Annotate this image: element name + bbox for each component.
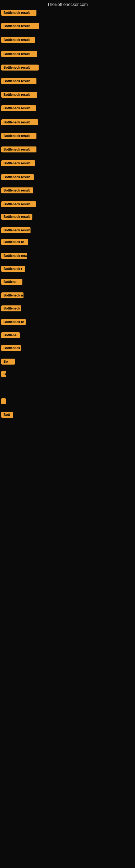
bottleneck-badge[interactable]: B xyxy=(1,371,6,377)
bottleneck-badge[interactable]: Bottleneck result xyxy=(1,105,36,111)
bottleneck-badge[interactable]: Bottleneck result xyxy=(1,92,37,98)
bottleneck-row: Bottleneck result xyxy=(1,10,37,17)
bottleneck-row: Bottleneck result xyxy=(1,187,33,194)
bottleneck-row: Bottleneck result xyxy=(1,65,39,72)
bottleneck-badge[interactable]: Bottleneck r xyxy=(1,266,25,272)
bottleneck-badge[interactable]: Bottleneck result xyxy=(1,253,27,259)
bottleneck-badge[interactable]: Bottleneck xyxy=(1,345,21,351)
bottleneck-badge[interactable]: Bottlene xyxy=(1,279,22,285)
bottleneck-row: Bottleneck result xyxy=(1,253,27,260)
bottleneck-badge[interactable]: Bottleneck result xyxy=(1,201,36,207)
bottleneck-row: Bottleneck result xyxy=(1,201,36,208)
bottleneck-badge[interactable]: Bottleneck result xyxy=(1,160,35,166)
bottleneck-row: Bottleneck result xyxy=(1,23,39,30)
bottleneck-row: Bottleneck n xyxy=(1,292,24,300)
bottleneck-badge[interactable]: Bottleneck result xyxy=(1,23,39,29)
bottleneck-badge[interactable]: Bottleneck result xyxy=(1,214,32,220)
bottleneck-row: Bottleneck re xyxy=(1,239,28,246)
bottleneck-row: Bottleneck xyxy=(1,345,21,352)
bottleneck-badge[interactable]: Bottleneck n xyxy=(1,292,24,299)
bottleneck-badge[interactable]: Bo xyxy=(1,359,15,365)
bottleneck-badge[interactable]: Bottleneck result xyxy=(1,119,38,125)
bottleneck-row: Bottleneck result xyxy=(1,105,36,112)
bottleneck-badge[interactable]: Bottleneck result xyxy=(1,227,31,233)
bottleneck-row: Bottleneck result xyxy=(1,160,35,167)
bottleneck-badge[interactable]: Bottleneck result xyxy=(1,174,34,180)
site-title: TheBottlenecker.com xyxy=(0,0,135,10)
bottleneck-row: Bottleneck result xyxy=(1,147,37,154)
bottleneck-row: B xyxy=(1,371,6,378)
bottleneck-badge[interactable]: Bottleneck result xyxy=(1,65,39,70)
bottleneck-row: Bottlene xyxy=(1,332,20,339)
bottleneck-row: Bottlene xyxy=(1,279,22,286)
bottleneck-badge[interactable]: Bottleneck result xyxy=(1,10,37,16)
bottleneck-row: Bottleneck result xyxy=(1,51,37,58)
bottleneck-badge[interactable]: Bottleneck xyxy=(1,305,21,311)
bottleneck-badge[interactable]: Bottlene xyxy=(1,332,20,338)
bottleneck-row: Bottleneck result xyxy=(1,174,34,181)
bottleneck-row: Bottleneck result xyxy=(1,227,31,235)
bottleneck-row: Bottleneck result xyxy=(1,92,37,99)
bottleneck-row: · xyxy=(1,398,6,405)
bottleneck-badge[interactable]: Bottleneck re xyxy=(1,239,28,245)
bottleneck-row: Bottleneck result xyxy=(1,119,38,126)
bottleneck-badge[interactable]: Bottleneck result xyxy=(1,147,37,152)
bottleneck-row: Bottleneck result xyxy=(1,214,32,221)
bottleneck-row: Bottleneck result xyxy=(1,133,37,140)
bottleneck-badge[interactable]: Bottleneck result xyxy=(1,37,35,43)
bottleneck-row: Bottleneck re xyxy=(1,319,26,326)
bottleneck-badge[interactable]: Bottleneck result xyxy=(1,78,37,84)
bottleneck-row: Bottleneck xyxy=(1,305,21,312)
bottleneck-badge[interactable]: Bottleneck result xyxy=(1,51,37,57)
bottleneck-badge[interactable]: · xyxy=(1,398,6,404)
bottleneck-row: Bottleneck r xyxy=(1,266,25,273)
bottleneck-row: Bottleneck result xyxy=(1,37,35,44)
bottleneck-row: Bott xyxy=(1,412,13,419)
bottleneck-badge[interactable]: Bottleneck result xyxy=(1,133,37,139)
bottleneck-row: Bottleneck result xyxy=(1,78,37,85)
bottleneck-row: Bo xyxy=(1,359,15,366)
bottleneck-badge[interactable]: Bottleneck result xyxy=(1,187,33,193)
bottleneck-badge[interactable]: Bott xyxy=(1,412,13,418)
bottleneck-badge[interactable]: Bottleneck re xyxy=(1,319,26,325)
